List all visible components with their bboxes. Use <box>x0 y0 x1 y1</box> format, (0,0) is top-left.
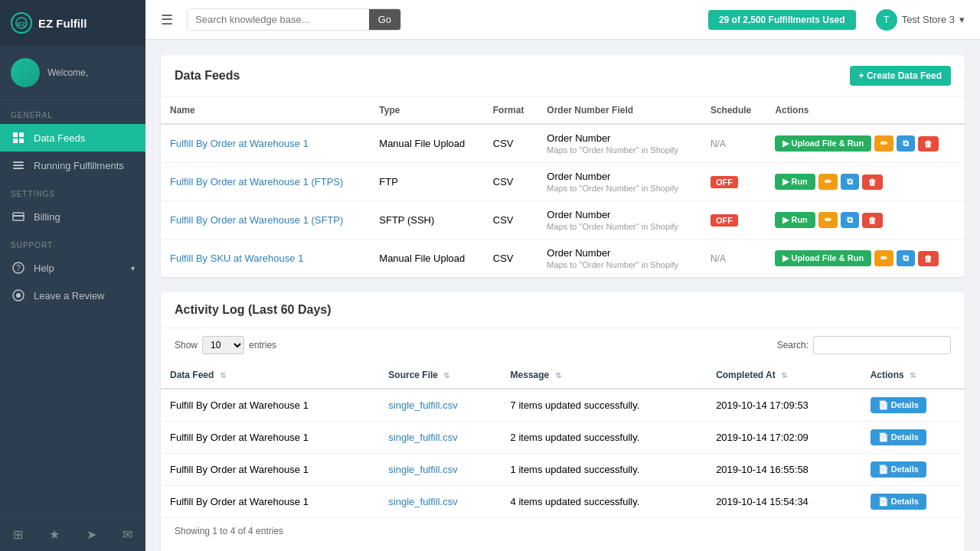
details-button[interactable]: 📄 Details <box>871 397 926 413</box>
data-feeds-card: Data Feeds + Create Data Feed Name Type … <box>161 55 965 277</box>
store-selector[interactable]: T Test Store 3 ▾ <box>876 9 965 31</box>
delete-button[interactable]: 🗑 <box>862 213 883 228</box>
data-feed-order-number-field: Order NumberMaps to "Order Number" in Sh… <box>537 240 701 278</box>
sidebar-item-data-feeds[interactable]: Data Feeds <box>0 124 145 152</box>
edit-button[interactable]: ✏ <box>818 212 838 228</box>
search-input[interactable] <box>188 9 369 30</box>
col-order-number-field: Order Number Field <box>537 97 701 124</box>
activity-log-table: Data Feed ⇅ Source File ⇅ Message ⇅ Comp… <box>161 362 965 517</box>
main-area: ☰ Go 29 of 2,500 Fulfillments Used T Tes… <box>145 0 980 551</box>
upload-file-run-button[interactable]: ▶ Upload File & Run <box>775 135 871 152</box>
table-row: Fulfill By Order at Warehouse 1 (FTPS)FT… <box>161 163 965 201</box>
activity-data-feed: Fulfill By Order at Warehouse 1 <box>161 486 379 518</box>
fulfillments-icon <box>11 159 26 171</box>
settings-section-label: SETTINGS <box>0 179 145 203</box>
sidebar-item-help[interactable]: ? Help ▾ <box>0 254 145 282</box>
col-actions: Actions <box>766 97 965 124</box>
grid-icon <box>11 132 26 144</box>
svg-rect-8 <box>13 168 24 169</box>
data-feed-actions: ▶ Upload File & Run✏⧉🗑 <box>766 240 965 278</box>
bottom-grid-icon[interactable]: ⊞ <box>13 527 23 542</box>
activity-data-feed: Fulfill By Order at Warehouse 1 <box>161 389 379 422</box>
edit-button[interactable]: ✏ <box>874 250 893 266</box>
data-feeds-title: Data Feeds <box>175 69 240 83</box>
data-feed-type: SFTP (SSH) <box>370 201 483 240</box>
activity-controls: Show 102550100 entries Search: <box>161 328 965 362</box>
sidebar-item-running-fulfillments[interactable]: Running Fulfillments <box>0 152 145 179</box>
sidebar-item-leave-review[interactable]: Leave a Review <box>0 282 145 309</box>
sidebar-item-label-data-feeds: Data Feeds <box>34 132 135 144</box>
billing-icon <box>11 210 26 223</box>
data-feed-link[interactable]: Fulfill By Order at Warehouse 1 (FTPS) <box>170 176 343 187</box>
edit-button[interactable]: ✏ <box>818 174 838 190</box>
copy-button[interactable]: ⧉ <box>841 212 859 228</box>
table-row: Fulfill By Order at Warehouse 1Manual Fi… <box>161 124 965 163</box>
show-label: Show <box>175 340 198 350</box>
activity-actions: 📄 Details <box>861 422 965 454</box>
data-feed-schedule: OFF <box>701 201 766 240</box>
data-feed-schedule: OFF <box>701 163 766 201</box>
source-file-link[interactable]: single_fulfill.csv <box>388 432 457 443</box>
activity-source-file: single_fulfill.csv <box>379 486 501 518</box>
activity-log-header: Activity Log (Last 60 Days) <box>161 292 965 328</box>
edit-button[interactable]: ✏ <box>874 135 893 152</box>
data-feed-order-number-field: Order NumberMaps to "Order Number" in Sh… <box>537 124 701 163</box>
bottom-send-icon[interactable]: ➤ <box>87 527 96 542</box>
search-button[interactable]: Go <box>369 9 400 30</box>
create-data-feed-button[interactable]: + Create Data Feed <box>850 66 951 86</box>
col-format: Format <box>484 97 538 124</box>
topbar: ☰ Go 29 of 2,500 Fulfillments Used T Tes… <box>145 0 980 40</box>
source-file-link[interactable]: single_fulfill.csv <box>388 464 457 475</box>
sidebar-bottom: ⊞ ★ ➤ ✉ <box>0 517 145 551</box>
content-area: Data Feeds + Create Data Feed Name Type … <box>145 40 980 551</box>
copy-button[interactable]: ⧉ <box>897 135 915 152</box>
act-col-actions: Actions ⇅ <box>861 362 965 389</box>
run-button[interactable]: ▶ Run <box>775 174 815 190</box>
copy-button[interactable]: ⧉ <box>897 250 915 266</box>
data-feed-link[interactable]: Fulfill By Order at Warehouse 1 (SFTP) <box>170 214 343 226</box>
data-feed-actions: ▶ Upload File & Run✏⧉🗑 <box>766 124 965 163</box>
sort-icon: ⇅ <box>220 371 226 380</box>
delete-button[interactable]: 🗑 <box>918 136 939 152</box>
details-button[interactable]: 📄 Details <box>871 494 926 510</box>
delete-button[interactable]: 🗑 <box>862 174 883 190</box>
sidebar-item-label-billing: Billing <box>34 211 135 223</box>
data-feed-order-number-field: Order NumberMaps to "Order Number" in Sh… <box>537 201 701 240</box>
data-feed-link[interactable]: Fulfill By SKU at Warehouse 1 <box>170 253 303 264</box>
activity-data-feed: Fulfill By Order at Warehouse 1 <box>161 454 379 486</box>
sidebar-item-label-help: Help <box>34 262 131 274</box>
svg-text:?: ? <box>16 264 21 272</box>
sidebar-item-billing[interactable]: Billing <box>0 203 145 230</box>
data-feed-link[interactable]: Fulfill By Order at Warehouse 1 <box>170 138 309 149</box>
col-type: Type <box>370 97 483 124</box>
copy-button[interactable]: ⧉ <box>841 174 859 190</box>
showing-text: Showing 1 to 4 of 4 entries <box>161 517 965 544</box>
source-file-link[interactable]: single_fulfill.csv <box>388 496 457 507</box>
help-icon: ? <box>11 262 26 274</box>
sort-icon: ⇅ <box>910 371 916 380</box>
table-row: Fulfill By Order at Warehouse 1single_fu… <box>161 422 965 454</box>
entries-select[interactable]: 102550100 <box>202 336 244 354</box>
upload-file-run-button[interactable]: ▶ Upload File & Run <box>775 250 871 266</box>
details-button[interactable]: 📄 Details <box>871 429 926 445</box>
details-button[interactable]: 📄 Details <box>871 461 926 478</box>
svg-rect-5 <box>19 139 24 143</box>
delete-button[interactable]: 🗑 <box>918 251 939 266</box>
run-button[interactable]: ▶ Run <box>775 212 815 228</box>
table-row: Fulfill By SKU at Warehouse 1Manual File… <box>161 240 965 278</box>
chevron-down-icon: ▾ <box>131 264 135 272</box>
menu-icon[interactable]: ☰ <box>161 11 173 28</box>
table-row: Fulfill By Order at Warehouse 1single_fu… <box>161 486 965 518</box>
bottom-mail-icon[interactable]: ✉ <box>122 527 132 542</box>
welcome-label: Welcome, <box>47 67 88 78</box>
source-file-link[interactable]: single_fulfill.csv <box>388 399 457 411</box>
avatar <box>11 58 40 87</box>
support-section-label: SUPPORT <box>0 230 145 254</box>
activity-search-input[interactable] <box>813 336 951 354</box>
schedule-off: OFF <box>710 176 738 188</box>
bottom-star-icon[interactable]: ★ <box>49 527 60 542</box>
sort-icon: ⇅ <box>781 371 787 380</box>
activity-actions: 📄 Details <box>861 454 965 486</box>
act-col-data-feed: Data Feed ⇅ <box>161 362 379 389</box>
activity-message: 7 items updated successfully. <box>501 389 707 422</box>
